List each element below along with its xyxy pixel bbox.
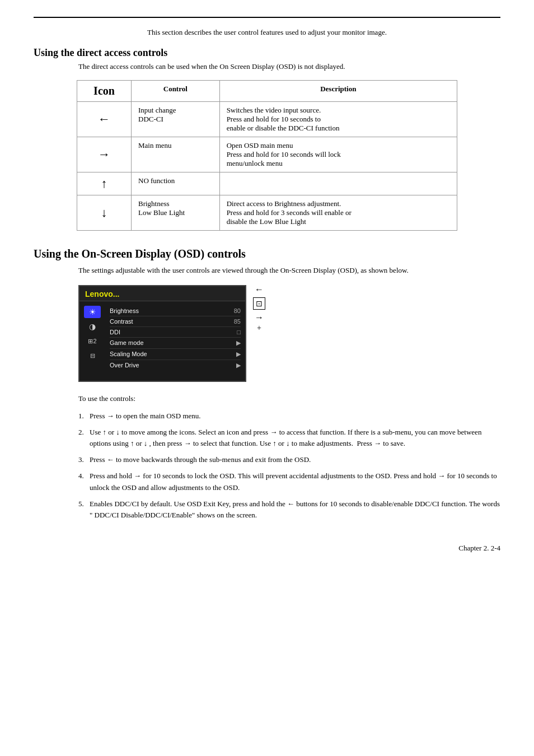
table-cell-control: Main menu [132,137,220,172]
arrow-down2: ↓ [144,438,148,450]
osd-icon-brightness: ☀ [84,306,101,318]
table-cell-description: Switches the video input source.Press an… [219,102,457,137]
step-2: 2. Use ↑ or ↓ to move among the icons. S… [78,427,500,450]
step-4: 4. Press and hold → for 10 seconds to lo… [78,470,500,494]
table-header-control: Control [132,81,220,102]
osd-screen: Lenovo... ☀ ◑ ⊞2 ⊟ Brightness80Contrast8… [78,285,246,382]
table-row: →Main menuOpen OSD main menuPress and ho… [77,137,457,172]
osd-icon-gamemode: ⊟ [84,349,101,362]
arrow-up2: ↑ [130,438,134,450]
table-cell-icon: ← [77,102,132,137]
osd-menu-row: DDI□ [110,327,241,338]
table-cell-control: BrightnessLow Blue Light [132,195,220,231]
instructions: To use the controls: 1. Press → to open … [78,393,500,521]
osd-menu-label: DDI [110,329,120,335]
footer: Chapter 2. 2-4 [34,544,500,553]
table-cell-description: Direct access to Brightness adjustment.P… [219,195,457,231]
table-cell-control: Input changeDDC-CI [132,102,220,137]
section2-subtitle: The settings adjustable with the user co… [78,266,500,275]
osd-menu-row: Contrast85 [110,316,241,327]
osd-wrapper: Lenovo... ☀ ◑ ⊞2 ⊟ Brightness80Contrast8… [78,285,500,382]
section1-title: Using the direct access controls [34,47,500,59]
step-5: 5. Enables DDC/CI by default. Use OSD Ex… [78,498,500,522]
osd-menu-value: □ [237,329,241,335]
osd-section: Using the On-Screen Display (OSD) contro… [34,248,500,521]
osd-menu-row: Over Drive▶ [110,360,241,371]
intro-text: This section describes the user control … [34,28,500,37]
osd-menu: Brightness80Contrast85DDI□Game mode▶Scal… [105,305,245,372]
osd-icon-list: ☀ ◑ ⊞2 ⊟ [79,305,105,372]
table-cell-description: Open OSD main menuPress and hold for 10 … [219,137,457,172]
osd-body: ☀ ◑ ⊞2 ⊟ Brightness80Contrast85DDI□Game … [79,301,245,375]
osd-menu-label: Brightness [110,307,139,314]
table-cell-icon: ↓ [77,195,132,231]
osd-menu-row: Game mode▶ [110,338,241,349]
arrow-down-icon: ↓ [116,427,120,438]
osd-menu-row: Scaling Mode▶ [110,349,241,360]
direct-access-table: Icon Control Description ←Input changeDD… [77,80,457,231]
nav-box: ⊡ [253,297,265,310]
table-row: ←Input changeDDC-CISwitches the video in… [77,102,457,137]
osd-nav-arrows: ← ⊡ → + [253,285,265,332]
section1-subtitle: The direct access controls can be used w… [78,62,500,71]
osd-brand: Lenovo... [79,286,245,301]
table-cell-description [219,172,457,195]
footer-text: Chapter 2. 2-4 [458,544,500,552]
table-header-icon: Icon [77,81,132,102]
osd-menu-value: ▶ [236,351,241,358]
arrow-right6: → [438,470,445,482]
table-row: ↓BrightnessLow Blue LightDirect access t… [77,195,457,231]
table-row: ↑NO function [77,172,457,195]
arrow-right-icon: → [107,410,114,422]
step-1: 1. Press → to open the main OSD menu. [78,410,500,422]
arrow-right4: → [374,438,381,450]
table-cell-icon: → [77,137,132,172]
osd-menu-row: Brightness80 [110,306,241,316]
arrow-left2: ← [287,498,294,510]
arrow-up3: ↑ [273,438,277,450]
osd-icon-ddi: ⊞2 [84,335,101,347]
osd-icon-contrast: ◑ [84,320,101,333]
top-rule [34,17,500,18]
table-cell-control: NO function [132,172,220,195]
to-use-label: To use the controls: [78,393,500,405]
arrow-left-icon: ← [107,454,114,466]
osd-menu-value: ▶ [236,339,241,347]
osd-menu-label: Scaling Mode [110,351,147,358]
osd-menu-value: 85 [234,318,241,325]
arrow-up-icon: ↑ [102,427,106,438]
osd-menu-label: Contrast [110,318,133,325]
arrow-right-icon2: → [270,427,277,438]
section2-title: Using the On-Screen Display (OSD) contro… [34,248,500,260]
osd-menu-value: ▶ [236,362,241,369]
step-3: 3. Press ← to move backwards through the… [78,454,500,466]
osd-menu-value: 80 [234,307,241,314]
arrow-down3: ↓ [286,438,290,450]
arrow-right5: → [134,470,141,482]
osd-menu-label: Over Drive [110,362,139,369]
table-header-description: Description [219,81,457,102]
table-cell-icon: ↑ [77,172,132,195]
arrow-right3: → [184,438,191,450]
osd-menu-label: Game mode [110,339,144,347]
